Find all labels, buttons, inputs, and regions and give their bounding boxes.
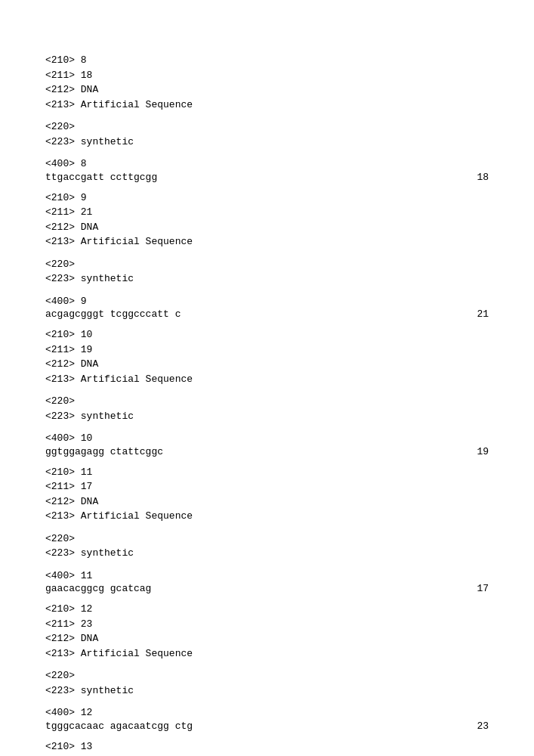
sequence-block: <400> 9acgagcgggt tcggcccatt c21	[45, 294, 489, 321]
info-line: <223> synthetic	[45, 546, 489, 561]
info-line: <211> 17	[45, 479, 489, 494]
info-line: <210> 8	[45, 53, 489, 68]
content: <210> 8<211> 18<212> DNA<213> Artificial…	[45, 53, 489, 756]
sequence-block: <400> 11gaacacggcg gcatcag17	[45, 569, 489, 595]
sequence-data: tgggcacaac agacaatcgg ctg23	[45, 720, 489, 732]
sequence-block: <400> 8ttgaccgatt ccttgcgg18	[45, 156, 489, 183]
info-line: <220>	[45, 668, 489, 683]
info-line: <220>	[45, 257, 489, 272]
info-line: <211> 19	[45, 342, 489, 358]
info-line: <213> Artificial Sequence	[45, 646, 489, 662]
sequence-block: <400> 12tgggcacaac agacaatcgg ctg23	[45, 705, 489, 732]
info-line: <223> synthetic	[45, 271, 489, 287]
sequence-data: gaacacggcg gcatcag17	[45, 583, 489, 594]
sequence-count: 23	[458, 720, 489, 732]
sequence-block: <210> 9<211> 21<212> DNA<213> Artificial…	[45, 191, 489, 249]
sequence-block: <210> 10<211> 19<212> DNA<213> Artificia…	[45, 327, 489, 386]
sequence-count: 21	[458, 308, 489, 320]
info-line: <212> DNA	[45, 357, 489, 372]
info-line: <212> DNA	[45, 220, 489, 235]
sequence-count: 18	[458, 172, 489, 183]
info-line: <211> 23	[45, 617, 489, 632]
sequence-count: 17	[458, 583, 489, 594]
sequence-label: <400> 9	[45, 294, 489, 309]
sequence-label: <400> 10	[45, 431, 489, 446]
info-line: <213> Artificial Sequence	[45, 98, 489, 113]
info-line: <212> DNA	[45, 631, 489, 646]
info-line: <212> DNA	[45, 82, 489, 98]
sequence-block: <210> 13<211> 19<212> DNA<213> Artificia…	[45, 739, 489, 757]
info-line: <220>	[45, 119, 489, 135]
info-line: <210> 10	[45, 327, 489, 342]
sequence-block: <400> 10ggtggagagg ctattcggc19	[45, 431, 489, 457]
sequence-data: acgagcgggt tcggcccatt c21	[45, 308, 489, 320]
sequence-label: <400> 11	[45, 569, 489, 584]
info-line: <212> DNA	[45, 494, 489, 510]
sequence-text: ggtggagagg ctattcggc	[45, 446, 458, 457]
sequence-block: <210> 11<211> 17<212> DNA<213> Artificia…	[45, 465, 489, 524]
sequence-data: ttgaccgatt ccttgcgg18	[45, 172, 489, 183]
info-line: <211> 21	[45, 205, 489, 220]
info-line: <223> synthetic	[45, 409, 489, 424]
info-line: <223> synthetic	[45, 135, 489, 150]
sequence-block: <220><223> synthetic	[45, 119, 489, 149]
sequence-count: 19	[458, 446, 489, 457]
sequence-block: <220><223> synthetic	[45, 394, 489, 423]
sequence-block: <210> 12<211> 23<212> DNA<213> Artificia…	[45, 602, 489, 661]
info-line: <223> synthetic	[45, 683, 489, 699]
info-line: <210> 11	[45, 465, 489, 480]
sequence-text: acgagcgggt tcggcccatt c	[45, 308, 458, 320]
info-line: <213> Artificial Sequence	[45, 509, 489, 524]
sequence-text: tgggcacaac agacaatcgg ctg	[45, 720, 458, 732]
info-line: <211> 18	[45, 68, 489, 83]
sequence-label: <400> 8	[45, 156, 489, 172]
sequence-text: gaacacggcg gcatcag	[45, 583, 458, 594]
info-line: <210> 13	[45, 739, 489, 754]
sequence-block: <220><223> synthetic	[45, 668, 489, 698]
sequence-block: <220><223> synthetic	[45, 257, 489, 287]
info-line: <210> 12	[45, 602, 489, 617]
sequence-text: ttgaccgatt ccttgcgg	[45, 172, 458, 183]
info-line: <213> Artificial Sequence	[45, 372, 489, 387]
info-line: <220>	[45, 394, 489, 409]
sequence-label: <400> 12	[45, 705, 489, 720]
info-line: <210> 9	[45, 191, 489, 206]
sequence-block: <220><223> synthetic	[45, 531, 489, 561]
sequence-data: ggtggagagg ctattcggc19	[45, 446, 489, 457]
info-line: <220>	[45, 531, 489, 547]
info-line: <213> Artificial Sequence	[45, 234, 489, 249]
sequence-block: <210> 8<211> 18<212> DNA<213> Artificial…	[45, 53, 489, 112]
